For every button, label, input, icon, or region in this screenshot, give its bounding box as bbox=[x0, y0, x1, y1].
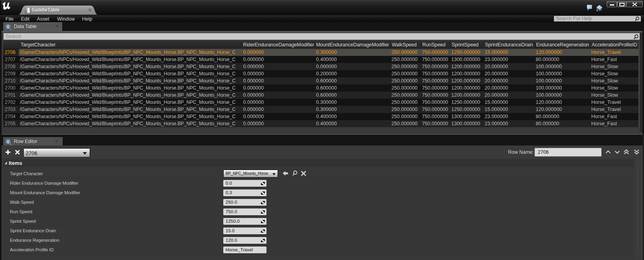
svg-text:i: i bbox=[8, 24, 9, 29]
svg-text:i: i bbox=[8, 139, 9, 144]
